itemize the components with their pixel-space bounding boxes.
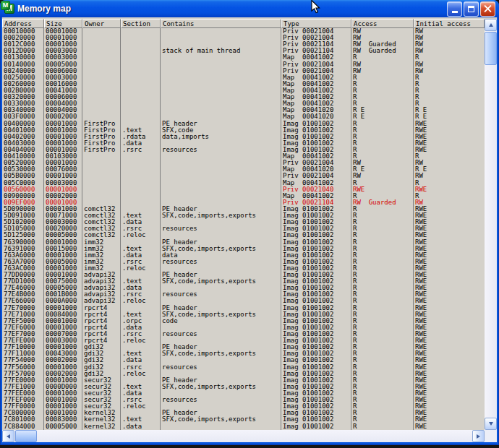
table-row[interactable]: 0026000000016000Map 00041002RR xyxy=(2,81,485,87)
table-row[interactable]: 0040400000001000FirstPro.rsrcresourcesIm… xyxy=(2,147,485,153)
table-row[interactable]: 0032000000006000Map 00041002RR xyxy=(2,94,485,100)
cell-address: 77E46000 xyxy=(2,285,44,291)
table-row[interactable]: 0001000000001000Priv 00021004RWRW xyxy=(2,28,485,35)
table-row[interactable]: 0040200000001000FirstPro.rdatadata,impor… xyxy=(2,134,485,140)
cell-size: 00001000 xyxy=(44,344,82,350)
cell-access: R xyxy=(351,298,414,304)
vertical-scrollbar-thumb[interactable] xyxy=(485,32,497,65)
table-row[interactable]: 5D10500000020000comctl32.rsrcresourcesIm… xyxy=(2,225,485,232)
cell-type: Priv 00021104 xyxy=(281,41,351,48)
table-row[interactable]: 77E4600000005000advapi32.dataImag 010010… xyxy=(2,285,485,291)
table-row[interactable]: 77F1100000043000gdi32.textSFX,code,impor… xyxy=(2,350,485,357)
table-row[interactable]: 7639100000015000imm32.textSFX,code,impor… xyxy=(2,246,485,252)
table-row[interactable]: 763A700000005000imm32.rsrcresourcesImag … xyxy=(2,259,485,265)
table-row[interactable]: 77FF000000001000secur32.relocImag 010010… xyxy=(2,403,485,410)
titlebar[interactable]: M Memory map xyxy=(0,0,499,17)
table-row[interactable]: 0002000000001000Priv 00021004RWRW xyxy=(2,35,485,41)
table-row[interactable]: 5D10200000003000comctl32.dataImag 010010… xyxy=(2,219,485,225)
table-row[interactable]: 77EFE00000003000rpcrt4.relocImag 0100100… xyxy=(2,337,485,344)
table-row[interactable]: 0056000000001000Priv 00021040RWERWE xyxy=(2,186,485,193)
table-row[interactable]: 0025000000003000Map 00041002RR xyxy=(2,74,485,81)
table-row[interactable]: 763A600000001000imm32.datadataImag 01001… xyxy=(2,252,485,259)
table-row[interactable]: 5D12500000005000comctl32.relocImag 01001… xyxy=(2,232,485,238)
table-row[interactable]: 77F5400000002000gdi32.dataImag 01001002R… xyxy=(2,357,485,363)
column-header-contains[interactable]: Contains xyxy=(161,19,281,28)
table-row[interactable]: 77E660000000A000advapi32.relocImag 01001… xyxy=(2,298,485,304)
maximize-button[interactable] xyxy=(464,1,479,17)
cell-owner: rpcrt4 xyxy=(82,311,121,318)
table-row[interactable]: 0041000000103000Map 00041002RR xyxy=(2,153,485,160)
table-row[interactable]: 77EF600000001000rpcrt4.dataImag 01001002… xyxy=(2,324,485,331)
cell-contains: resources xyxy=(161,259,281,265)
table-row[interactable]: 0012C00000001000Priv 00021104RW GuardedR… xyxy=(2,41,485,48)
table-row[interactable]: 77FE10000000D000secur32.textSFX,code,imp… xyxy=(2,384,485,390)
cell-section: .rsrc xyxy=(121,364,161,371)
table-row[interactable]: 77F1000000001000gdi32PE headerImag 01001… xyxy=(2,344,485,350)
table-row[interactable]: 0090000000002000Map 00041002RR xyxy=(2,193,485,199)
table-row[interactable]: 0013000000003000Map 00041002RR xyxy=(2,54,485,61)
column-header-type[interactable]: Type xyxy=(281,19,351,28)
cell-address: 77DD0000 xyxy=(2,272,44,278)
table-row[interactable]: 77FEE00000001000secur32.dataImag 0100100… xyxy=(2,390,485,397)
table-row[interactable]: 7639000000001000imm32PE headerImag 01001… xyxy=(2,239,485,246)
table-row[interactable]: 005C000000003000Map 00041002RR xyxy=(2,180,485,186)
table-row[interactable]: 77DD100000075000advapi32.textSFX,code,im… xyxy=(2,278,485,285)
horizontal-scrollbar-thumb[interactable] xyxy=(15,430,37,442)
table-row[interactable]: 0052000000001000Priv 00021004RWRW xyxy=(2,160,485,166)
table-row[interactable]: 003F000000002000Map 00041020R ER E xyxy=(2,113,485,120)
table-row[interactable]: 77FE000000001000secur32PE headerImag 010… xyxy=(2,377,485,384)
table-row[interactable]: 5D09000000001000comctl32PE headerImag 01… xyxy=(2,206,485,212)
minimize-button[interactable] xyxy=(447,1,462,17)
table-row[interactable]: 77F5600000001000gdi32.rsrcresourcesImag … xyxy=(2,364,485,371)
table-row[interactable]: 77E4B0000001B000advapi32.rsrcresourcesIm… xyxy=(2,291,485,298)
scroll-left-button[interactable] xyxy=(2,430,14,442)
table-row[interactable]: 009EF00000001000Priv 00021104RW GuardedR… xyxy=(2,199,485,206)
table-row[interactable]: 5D09100000071000comctl32.textSFX,code,im… xyxy=(2,212,485,219)
column-header-address[interactable]: Address xyxy=(2,19,44,28)
cell-initial: RWE xyxy=(414,324,485,331)
table-row[interactable]: 77EF500000001000rpcrt4.orpccodeImag 0100… xyxy=(2,318,485,324)
cell-initial: RWE xyxy=(414,127,485,134)
table-row[interactable]: 77DD000000001000advapi32PE headerImag 01… xyxy=(2,272,485,278)
table-row[interactable]: 0014000000005000Priv 00021004RWRW xyxy=(2,61,485,68)
cell-address: 00320000 xyxy=(2,94,44,100)
table-row[interactable]: 0012D00000003000stack of main threadPriv… xyxy=(2,48,485,54)
table-row[interactable]: 763AC00000001000imm32.relocImag 01001002… xyxy=(2,265,485,272)
table-row[interactable]: 77E7100000084000rpcrt4.textSFX,code,impo… xyxy=(2,311,485,318)
table-row[interactable]: 7C80000000001000kernel32PE headerImag 01… xyxy=(2,410,485,416)
column-header-owner[interactable]: Owner xyxy=(82,19,121,28)
scroll-down-button[interactable] xyxy=(485,418,497,430)
cell-address: 77E71000 xyxy=(2,311,44,318)
table-row[interactable]: 005B000000001000Priv 00021004RWRW xyxy=(2,173,485,179)
table-row[interactable]: 77FEF00000001000secur32.rsrcresourcesIma… xyxy=(2,397,485,403)
table-row[interactable]: 0024000000006000Priv 00021004RWRW xyxy=(2,68,485,74)
cell-initial: R xyxy=(414,54,485,61)
table-row[interactable]: 7C80100000083000kernel32.textSFX,code,im… xyxy=(2,416,485,423)
scroll-up-button[interactable] xyxy=(485,19,497,31)
cell-initial: RWE xyxy=(414,291,485,298)
cell-contains xyxy=(161,423,281,430)
close-button[interactable] xyxy=(480,1,495,17)
table-row[interactable]: 0033000000004000Map 00041002RR xyxy=(2,100,485,107)
table-row[interactable]: 0040100000001000FirstPro.textSFX,codeIma… xyxy=(2,127,485,134)
column-header-section[interactable]: Section xyxy=(121,19,161,28)
table-row[interactable]: 0034000000004000Map 00041020R ER E xyxy=(2,107,485,113)
cell-type: Map 00041020 xyxy=(281,166,351,173)
column-header-initial-access[interactable]: Initial access xyxy=(414,19,485,28)
cell-access: R xyxy=(351,416,414,423)
cell-access: R xyxy=(351,252,414,259)
column-header-access[interactable]: Access xyxy=(351,19,414,28)
table-row[interactable]: 77F5700000002000gdi32.relocImag 01001002… xyxy=(2,371,485,377)
cell-type: Imag 01001002 xyxy=(281,364,351,371)
table-row[interactable]: 0040000000001000FirstProPE headerImag 01… xyxy=(2,121,485,127)
table-row[interactable]: 0040300000001000FirstPro.dataImag 010010… xyxy=(2,140,485,147)
table-row[interactable]: 0053000000076000Map 00041020R ER E xyxy=(2,166,485,173)
scroll-right-button[interactable] xyxy=(472,430,485,442)
vertical-scrollbar[interactable] xyxy=(485,19,497,430)
horizontal-scrollbar[interactable] xyxy=(2,430,485,442)
table-row[interactable]: 7C88400000005000kernel32.dataImag 010010… xyxy=(2,423,485,430)
table-row[interactable]: 77E7000000001000rpcrt4PE headerImag 0100… xyxy=(2,305,485,311)
column-header-size[interactable]: Size xyxy=(44,19,82,28)
table-row[interactable]: 002B000000041000Map 00041002RR xyxy=(2,87,485,94)
table-row[interactable]: 77EF700000007000rpcrt4.rsrcresourcesImag… xyxy=(2,331,485,337)
